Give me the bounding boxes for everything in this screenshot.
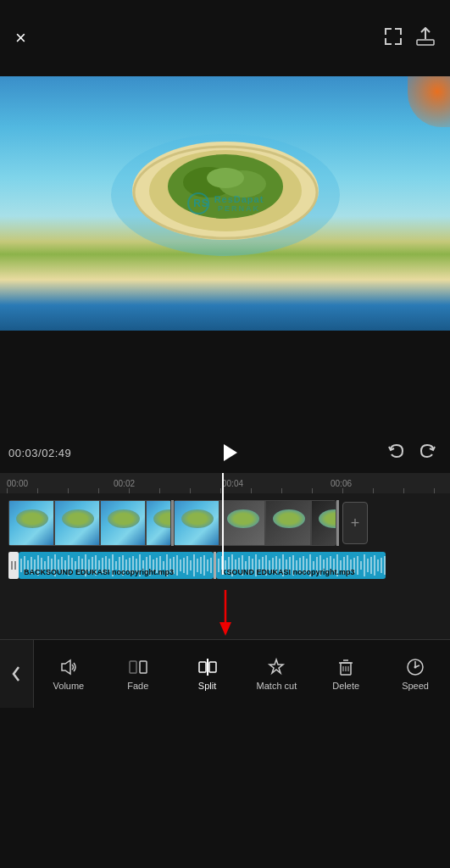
clip-divider-2: [336, 500, 339, 546]
playhead: [222, 473, 224, 575]
svg-rect-74: [197, 559, 198, 572]
close-icon[interactable]: ×: [15, 27, 26, 49]
track-spacer: [8, 581, 450, 588]
svg-rect-75: [200, 557, 202, 574]
audio-clip-2[interactable]: KSOUND EDUKASI nocopyright.mp3: [216, 552, 386, 579]
svg-rect-136: [209, 662, 216, 672]
down-arrow-indicator: [217, 590, 234, 637]
toolbar-volume[interactable]: Volume: [43, 657, 94, 691]
clip-thumb: [265, 500, 311, 546]
ruler-label-0: 00:00: [7, 479, 28, 488]
svg-rect-22: [20, 559, 22, 572]
play-triangle-icon: [224, 444, 237, 461]
below-video-area: [0, 331, 450, 432]
svg-rect-71: [186, 556, 188, 575]
svg-rect-70: [183, 558, 185, 573]
clip-thumb: [311, 500, 336, 546]
volume-icon: [58, 657, 79, 677]
svg-rect-8: [417, 40, 434, 45]
undo-icon[interactable]: [387, 442, 406, 465]
svg-text:RS: RS: [193, 198, 209, 209]
play-button[interactable]: [214, 437, 245, 468]
audio-handle-left[interactable]: [8, 552, 19, 579]
svg-rect-126: [377, 559, 379, 571]
add-clip-button[interactable]: +: [342, 502, 368, 544]
fade-icon: [128, 657, 148, 677]
svg-rect-73: [193, 554, 195, 576]
top-bar: ×: [0, 0, 450, 76]
ruler-label-3: 00:06: [331, 479, 352, 488]
time-display: 00:03/02:49: [8, 447, 71, 459]
matchcut-label: Match cut: [257, 681, 297, 691]
svg-rect-76: [203, 555, 205, 576]
volume-label: Volume: [53, 681, 85, 691]
watermark: RS ResDapat PERNAK: [186, 192, 264, 215]
svg-rect-122: [364, 554, 365, 576]
svg-rect-125: [374, 555, 375, 576]
toolbar-speed[interactable]: Speed: [390, 657, 441, 691]
back-button[interactable]: [0, 640, 34, 708]
video-track: +: [8, 497, 450, 549]
svg-rect-69: [180, 559, 181, 571]
svg-point-16: [207, 168, 244, 188]
svg-rect-121: [360, 561, 362, 570]
audio-track: BACKSOUND EDUKASI nocopyright.mp3: [8, 549, 450, 581]
speed-icon: [405, 657, 425, 677]
svg-rect-77: [207, 559, 208, 571]
matchcut-icon: [266, 657, 286, 677]
toolbar-matchcut[interactable]: Match cut: [251, 657, 302, 691]
clip-thumb: [54, 500, 100, 546]
orange-blob: [408, 76, 450, 127]
fade-label: Fade: [127, 681, 148, 691]
toolbar-fade[interactable]: Fade: [113, 657, 164, 691]
svg-rect-120: [357, 556, 358, 575]
svg-rect-127: [381, 558, 382, 573]
svg-rect-135: [199, 662, 206, 672]
svg-rect-79: [218, 559, 219, 572]
delete-icon: [336, 657, 356, 677]
svg-rect-133: [140, 661, 147, 673]
svg-rect-5: [385, 38, 386, 45]
delete-label: Delete: [332, 681, 359, 691]
svg-rect-124: [370, 557, 372, 574]
svg-rect-72: [190, 560, 192, 570]
timeline-ruler: 00:00 00:02 00:04 00:06: [0, 473, 450, 493]
svg-rect-123: [367, 559, 369, 572]
redo-icon[interactable]: [418, 442, 436, 465]
svg-rect-78: [210, 558, 212, 573]
audio-clip-1[interactable]: BACKSOUND EDUKASI nocopyright.mp3: [19, 552, 214, 579]
svg-rect-128: [384, 556, 386, 575]
svg-point-147: [414, 665, 417, 668]
svg-marker-137: [269, 659, 283, 673]
toolbar-delete[interactable]: Delete: [320, 657, 371, 691]
toolbar-split[interactable]: Split: [182, 657, 233, 691]
video-clip-2[interactable]: [174, 500, 336, 546]
arrow-container: [0, 588, 450, 639]
speed-label: Speed: [402, 681, 429, 691]
svg-marker-131: [62, 660, 70, 674]
svg-marker-130: [219, 622, 231, 636]
tracks-wrapper: +: [0, 493, 450, 588]
audio-clip-1-label: BACKSOUND EDUKASI nocopyright.mp3: [24, 568, 174, 576]
svg-rect-68: [176, 555, 178, 576]
fullscreen-icon[interactable]: [384, 27, 403, 50]
ruler-label-2: 00:04: [222, 479, 243, 488]
clip-thumb: [8, 500, 54, 546]
ruler-label-1: 00:02: [114, 479, 135, 488]
island-overlay: [107, 123, 344, 259]
clip-thumb: [146, 500, 171, 546]
svg-rect-3: [400, 28, 402, 35]
bottom-toolbar: Volume Fade Split Match cut: [0, 639, 450, 707]
video-preview: RS ResDapat PERNAK: [0, 76, 450, 331]
svg-rect-7: [400, 38, 402, 45]
clip-thumb: [174, 500, 219, 546]
export-icon[interactable]: [416, 27, 435, 50]
clip-thumb: [100, 500, 146, 546]
svg-rect-132: [130, 661, 136, 673]
svg-rect-1: [385, 28, 386, 35]
split-label: Split: [198, 681, 216, 691]
audio-clip-2-label: KSOUND EDUKASI nocopyright.mp3: [221, 568, 355, 576]
split-icon: [197, 657, 218, 677]
clip-thumb: [219, 500, 265, 546]
video-clip-1[interactable]: [8, 500, 171, 546]
